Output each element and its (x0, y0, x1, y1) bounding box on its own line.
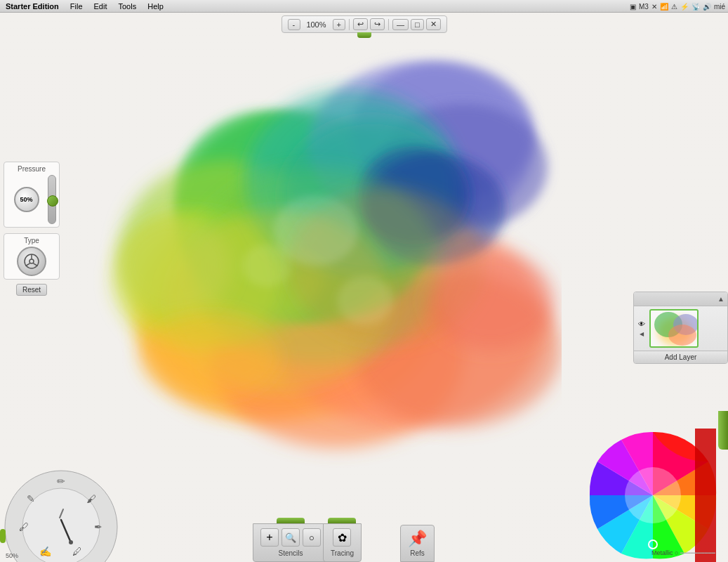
svg-rect-50 (0, 529, 6, 543)
close-tray-icon: ✕ (651, 3, 657, 11)
pin-icon: 📌 (408, 530, 427, 548)
pressure-container: 50% (7, 175, 56, 224)
app-title: Starter Edition (0, 2, 65, 11)
toolbar-separator (349, 19, 350, 30)
type-knob[interactable] (17, 247, 46, 276)
brush-count: 50% (6, 552, 18, 559)
layers-header: ▲ (634, 292, 727, 306)
toolbar-separator-2 (388, 19, 389, 30)
refs-panel: 📌 Refs (400, 525, 435, 562)
wifi-icon: 📡 (691, 3, 700, 11)
svg-line-30 (33, 263, 37, 266)
menu-help[interactable]: Help (142, 0, 169, 13)
refs-body: 📌 Refs (400, 525, 435, 562)
layers-arrow-icon[interactable]: ▲ (717, 295, 724, 303)
brush-wheel[interactable]: ✏ 🖌 ✒ 🖊 ✍ 🖋 ✎ 50% (0, 439, 123, 562)
tracing-panel: ✿ Tracing (323, 518, 362, 562)
layer-thumb-preview (651, 311, 699, 348)
svg-point-22 (242, 244, 291, 287)
brush-wheel-svg: ✏ 🖌 ✒ 🖊 ✍ 🖋 ✎ (0, 439, 123, 562)
reset-button[interactable]: Reset (16, 284, 47, 296)
right-panel: ▲ 👁 ◀ Add Layer (633, 292, 728, 364)
painting (70, 48, 562, 469)
svg-point-27 (29, 259, 34, 263)
svg-text:🖌: 🖌 (86, 493, 96, 504)
menu-tools[interactable]: Tools (113, 0, 143, 13)
svg-point-48 (69, 540, 73, 544)
svg-point-34 (668, 325, 696, 346)
svg-text:🖋: 🖋 (19, 521, 29, 532)
signal-icon: 📶 (660, 3, 668, 11)
time-label: mié (714, 3, 725, 11)
maximize-button[interactable]: □ (411, 19, 424, 30)
zoom-minus-button[interactable]: - (287, 19, 300, 30)
pressure-slider[interactable] (48, 175, 56, 224)
layers-panel: ▲ 👁 ◀ Add Layer (633, 292, 728, 364)
undo-button[interactable]: ↩ (353, 18, 368, 30)
pressure-slider-thumb[interactable] (47, 195, 58, 207)
type-control: Type (4, 233, 60, 280)
bluetooth-icon: ⚡ (680, 3, 689, 11)
svg-point-23 (119, 216, 232, 315)
svg-text:✏: ✏ (57, 476, 65, 487)
svg-line-29 (26, 263, 30, 266)
pressure-control: Pressure 50% (4, 162, 60, 228)
toolbar-handle[interactable] (357, 32, 371, 38)
color-wheel-handle[interactable] (718, 411, 728, 450)
menu-edit[interactable]: Edit (88, 0, 113, 13)
layer-controls: 👁 ◀ (637, 320, 647, 337)
stencils-body: + 🔍 ○ Stencils (253, 523, 329, 562)
stencils-add-button[interactable]: + (260, 528, 279, 547)
close-window-button[interactable]: ✕ (426, 18, 441, 30)
type-label: Type (7, 237, 56, 244)
svg-point-25 (428, 251, 555, 350)
left-panel: Pressure 50% Type Reset (4, 162, 60, 299)
layer-row: 👁 ◀ (634, 306, 727, 351)
pressure-knob[interactable]: 50% (14, 187, 39, 212)
svg-rect-36 (695, 429, 716, 562)
warning-icon: ⚠ (671, 3, 677, 11)
refs-label: Refs (410, 549, 425, 557)
layers-panel-inner: ▲ 👁 ◀ Add Layer (634, 292, 727, 363)
zoom-value: 100% (302, 20, 330, 29)
tracing-label: Tracing (331, 549, 354, 557)
minimize-button[interactable]: — (392, 19, 409, 30)
svg-text:✍: ✍ (39, 546, 52, 558)
stencils-label: Stencils (278, 549, 303, 557)
zoom-plus-button[interactable]: + (332, 19, 345, 30)
layer-left-arrow-icon[interactable]: ◀ (637, 331, 647, 337)
tracing-handle[interactable] (328, 518, 356, 523)
svg-text:✒: ✒ (94, 521, 102, 532)
steering-wheel-icon (23, 253, 40, 270)
tracing-body: ✿ Tracing (323, 523, 362, 562)
layers-left-handle[interactable] (633, 321, 634, 335)
window-icon: ▣ (630, 3, 636, 11)
stencils-panel: + 🔍 ○ Stencils (253, 518, 329, 562)
svg-text:✎: ✎ (27, 493, 35, 504)
stencils-search-button[interactable]: 🔍 (282, 528, 300, 547)
svg-text:🖊: 🖊 (72, 546, 82, 557)
layer-thumbnail[interactable] (649, 309, 699, 348)
menu-bar: File Edit Tools Help (65, 0, 169, 13)
menu-file[interactable]: File (65, 0, 88, 13)
reset-container: Reset (4, 284, 60, 296)
system-tray: ▣ M3 ✕ 📶 ⚠ ⚡ 📡 🔊 mié (630, 0, 728, 13)
add-layer-button[interactable]: Add Layer (634, 351, 727, 363)
svg-point-35 (625, 467, 681, 523)
stencils-icons-row: + 🔍 ○ (260, 528, 321, 547)
svg-point-24 (140, 315, 281, 399)
redo-button[interactable]: ↪ (370, 18, 385, 30)
color-wheel[interactable]: Metallic ○ ━━━━━━━━━━ (581, 411, 728, 562)
tracing-flower-button[interactable]: ✿ (333, 528, 351, 547)
layer-eye-icon[interactable]: 👁 (637, 320, 647, 329)
top-toolbar: - 100% + ↩ ↪ — □ ✕ (281, 15, 446, 33)
stencils-handle[interactable] (277, 518, 305, 523)
pressure-value: 50% (20, 196, 32, 203)
title-bar: Starter Edition File Edit Tools Help ▣ M… (0, 0, 728, 13)
pressure-label: Pressure (7, 165, 56, 173)
mail-icon: M3 (639, 3, 649, 11)
tracing-icons-row: ✿ (333, 528, 351, 547)
stencils-shapes-button[interactable]: ○ (303, 528, 321, 547)
color-wheel-svg[interactable] (586, 429, 720, 562)
svg-point-21 (337, 276, 393, 325)
